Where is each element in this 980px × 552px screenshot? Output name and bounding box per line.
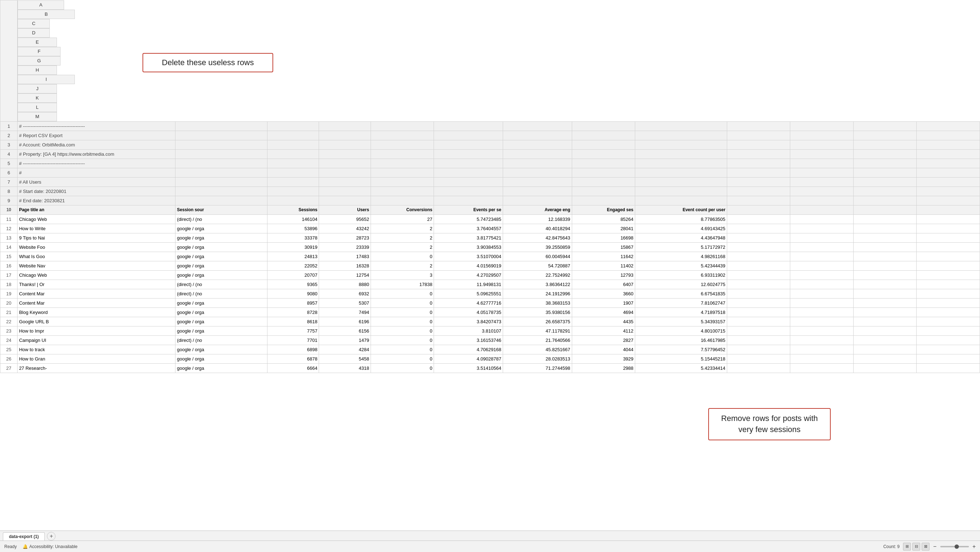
cell-26-A[interactable]: How to Gran bbox=[18, 354, 175, 363]
cell-27-C[interactable]: 6664 bbox=[267, 363, 319, 373]
cell-3-B[interactable] bbox=[175, 140, 267, 149]
cell-11-A[interactable]: Chicago Web bbox=[18, 215, 175, 224]
cell-24-A[interactable]: Campaign UI bbox=[18, 336, 175, 345]
cell-16-G[interactable]: 54.720887 bbox=[503, 261, 572, 270]
cell-1-D[interactable] bbox=[319, 121, 371, 130]
col-header-l[interactable]: L bbox=[18, 103, 57, 112]
cell-9-D[interactable] bbox=[319, 196, 371, 205]
cell-8-G[interactable] bbox=[503, 186, 572, 196]
col-header-b[interactable]: B bbox=[18, 10, 75, 19]
cell-27-F[interactable]: 3.51410564 bbox=[434, 363, 503, 373]
cell-13-G[interactable]: 42.8475643 bbox=[503, 233, 572, 242]
cell-21-H[interactable]: 4694 bbox=[572, 307, 635, 317]
cell-2-E[interactable] bbox=[371, 130, 434, 140]
cell-24-H[interactable]: 2827 bbox=[572, 336, 635, 345]
zoom-slider[interactable] bbox=[940, 546, 969, 547]
cell-24-G[interactable]: 21.7640566 bbox=[503, 336, 572, 345]
cell-23-E[interactable]: 0 bbox=[371, 326, 434, 336]
cell-12-A[interactable]: How to Write bbox=[18, 224, 175, 233]
cell-10-C[interactable]: Sessions bbox=[267, 205, 319, 215]
cell-12-I[interactable]: 4.69143425 bbox=[635, 224, 727, 233]
cell-3-I[interactable] bbox=[635, 140, 727, 149]
cell-21-G[interactable]: 35.9380156 bbox=[503, 307, 572, 317]
table-row[interactable]: 9# End date: 20230821 bbox=[0, 196, 980, 205]
cell-5-A[interactable]: # --------------------------------------… bbox=[18, 159, 175, 168]
cell-6-B[interactable] bbox=[175, 168, 267, 177]
table-row[interactable]: 25How to trackgoogle / orga6898428404.70… bbox=[0, 345, 980, 354]
cell-16-D[interactable]: 16328 bbox=[319, 261, 371, 270]
cell-6-A[interactable]: # bbox=[18, 168, 175, 177]
cell-4-C[interactable] bbox=[267, 149, 319, 159]
cell-20-G[interactable]: 38.3683153 bbox=[503, 298, 572, 307]
cell-26-D[interactable]: 5458 bbox=[319, 354, 371, 363]
cell-5-C[interactable] bbox=[267, 159, 319, 168]
cell-7-A[interactable]: # All Users bbox=[18, 177, 175, 186]
cell-11-I[interactable]: 8.77863505 bbox=[635, 215, 727, 224]
table-row[interactable]: 6# bbox=[0, 168, 980, 177]
table-row[interactable]: 1# -------------------------------------… bbox=[0, 121, 980, 130]
cell-24-I[interactable]: 16.4617985 bbox=[635, 336, 727, 345]
cell-19-I[interactable]: 6.67541835 bbox=[635, 289, 727, 298]
cell-12-D[interactable]: 43242 bbox=[319, 224, 371, 233]
cell-1-C[interactable] bbox=[267, 121, 319, 130]
cell-5-B[interactable] bbox=[175, 159, 267, 168]
col-header-f[interactable]: F bbox=[18, 47, 60, 56]
cell-26-B[interactable]: google / orga bbox=[175, 354, 267, 363]
cell-23-G[interactable]: 47.1178291 bbox=[503, 326, 572, 336]
table-row[interactable]: 20Content Margoogle / orga8957530704.627… bbox=[0, 298, 980, 307]
cell-18-F[interactable]: 11.9498131 bbox=[434, 280, 503, 289]
cell-14-H[interactable]: 15867 bbox=[572, 242, 635, 252]
table-row[interactable]: 12How to Writegoogle / orga538964324223.… bbox=[0, 224, 980, 233]
cell-21-I[interactable]: 4.71897518 bbox=[635, 307, 727, 317]
cell-8-C[interactable] bbox=[267, 186, 319, 196]
cell-13-B[interactable]: google / orga bbox=[175, 233, 267, 242]
cell-8-I[interactable] bbox=[635, 186, 727, 196]
table-row[interactable]: 19Content Mar(direct) / (no9080693205.09… bbox=[0, 289, 980, 298]
cell-25-H[interactable]: 4044 bbox=[572, 345, 635, 354]
table-row[interactable]: 23How to Imprgoogle / orga7757615603.810… bbox=[0, 326, 980, 336]
cell-9-C[interactable] bbox=[267, 196, 319, 205]
cell-20-E[interactable]: 0 bbox=[371, 298, 434, 307]
cell-9-I[interactable] bbox=[635, 196, 727, 205]
cell-14-E[interactable]: 2 bbox=[371, 242, 434, 252]
cell-12-F[interactable]: 3.76404557 bbox=[434, 224, 503, 233]
cell-27-I[interactable]: 5.42334414 bbox=[635, 363, 727, 373]
cell-8-H[interactable] bbox=[572, 186, 635, 196]
zoom-minus[interactable]: − bbox=[933, 543, 936, 550]
cell-7-F[interactable] bbox=[434, 177, 503, 186]
cell-15-C[interactable]: 24813 bbox=[267, 252, 319, 261]
cell-1-G[interactable] bbox=[503, 121, 572, 130]
cell-20-F[interactable]: 4.62777716 bbox=[434, 298, 503, 307]
cell-19-G[interactable]: 24.1912996 bbox=[503, 289, 572, 298]
col-header-g[interactable]: G bbox=[18, 56, 60, 65]
cell-14-C[interactable]: 30919 bbox=[267, 242, 319, 252]
cell-3-A[interactable]: # Account: OrbitMedia.com bbox=[18, 140, 175, 149]
cell-1-H[interactable] bbox=[572, 121, 635, 130]
cell-10-E[interactable]: Conversions bbox=[371, 205, 434, 215]
cell-17-G[interactable]: 22.7524992 bbox=[503, 270, 572, 280]
col-header-a[interactable]: A bbox=[18, 0, 64, 10]
cell-11-D[interactable]: 95652 bbox=[319, 215, 371, 224]
cell-1-B[interactable] bbox=[175, 121, 267, 130]
cell-3-F[interactable] bbox=[434, 140, 503, 149]
cell-24-C[interactable]: 7701 bbox=[267, 336, 319, 345]
cell-12-H[interactable]: 28041 bbox=[572, 224, 635, 233]
cell-16-H[interactable]: 11402 bbox=[572, 261, 635, 270]
cell-7-D[interactable] bbox=[319, 177, 371, 186]
cell-13-I[interactable]: 4.43647948 bbox=[635, 233, 727, 242]
cell-16-B[interactable]: google / orga bbox=[175, 261, 267, 270]
col-header-e[interactable]: E bbox=[18, 38, 57, 47]
table-row[interactable]: 11Chicago Web(direct) / (no1461049565227… bbox=[0, 215, 980, 224]
cell-18-A[interactable]: Thanks! | Or bbox=[18, 280, 175, 289]
cell-14-F[interactable]: 3.90384553 bbox=[434, 242, 503, 252]
cell-23-H[interactable]: 4112 bbox=[572, 326, 635, 336]
cell-13-E[interactable]: 2 bbox=[371, 233, 434, 242]
table-row[interactable]: 139 Tips to Naigoogle / orga333782872323… bbox=[0, 233, 980, 242]
cell-20-C[interactable]: 8957 bbox=[267, 298, 319, 307]
cell-16-E[interactable]: 2 bbox=[371, 261, 434, 270]
cell-23-F[interactable]: 3.810107 bbox=[434, 326, 503, 336]
cell-6-C[interactable] bbox=[267, 168, 319, 177]
table-row[interactable]: 14Website Foogoogle / orga309192333923.9… bbox=[0, 242, 980, 252]
cell-27-B[interactable]: google / orga bbox=[175, 363, 267, 373]
cell-16-A[interactable]: Website Nav bbox=[18, 261, 175, 270]
